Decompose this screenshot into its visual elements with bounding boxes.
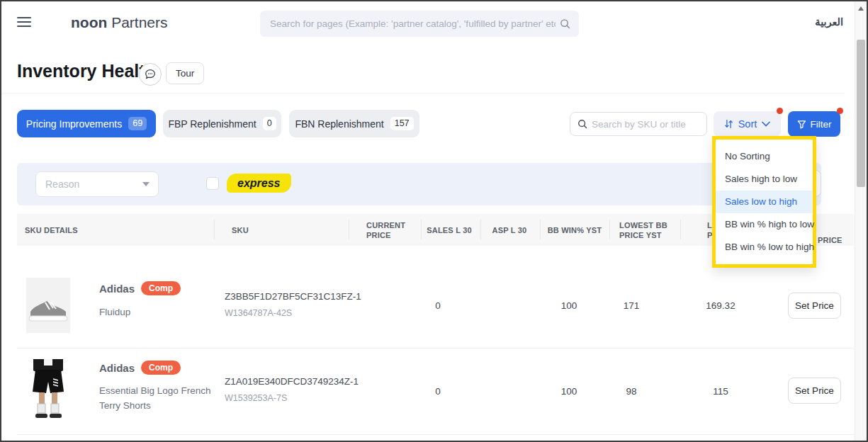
- inventory-health-page: noon Partners العربية Inventory Health T…: [0, 0, 868, 442]
- col-header-current-price: CURRENT PRICE: [366, 220, 410, 240]
- filter-notification-dot: [837, 108, 843, 114]
- cell-lowest-bb-price-yst: 98: [601, 386, 662, 397]
- sort-label: Sort: [738, 118, 757, 130]
- brand-logo[interactable]: noon Partners: [71, 14, 168, 31]
- product-image-sneaker: [26, 278, 70, 333]
- language-switch[interactable]: العربية: [794, 16, 843, 28]
- sort-dropdown-menu: No Sorting Sales high to low Sales low t…: [712, 136, 816, 268]
- reason-placeholder: Reason: [45, 178, 79, 190]
- sku-variant-code: W1364787A-42S: [225, 308, 292, 318]
- col-header-hidden-line1: L: [707, 220, 712, 230]
- chat-icon: [144, 68, 157, 81]
- column-separator: [680, 220, 681, 239]
- tab-count-badge: 69: [128, 117, 147, 130]
- brand-name: Adidas: [99, 283, 135, 295]
- cell-sales-l30: 0: [408, 386, 468, 397]
- sku-code: Z1A019E340DFCD3749234Z-1: [225, 376, 359, 387]
- search-icon: [560, 18, 570, 29]
- column-separator: [421, 220, 422, 239]
- sku-variant-code: W1539253A-7S: [225, 393, 287, 403]
- product-image-shorts: [26, 359, 70, 421]
- column-separator: [609, 220, 610, 239]
- filter-funnel-icon: [797, 120, 806, 129]
- cell-lowest-bb-price-yst: 171: [601, 300, 662, 311]
- page-search-input[interactable]: [260, 18, 560, 29]
- col-header-sku: SKU: [232, 225, 249, 235]
- sort-notification-dot: [777, 108, 783, 114]
- sort-option-sales-low-to-high[interactable]: Sales low to high: [716, 191, 813, 213]
- tab-label: FBN Replenishment: [295, 118, 383, 130]
- sort-button[interactable]: Sort: [714, 111, 781, 137]
- col-header-sales-l30: SALES L 30: [419, 225, 479, 235]
- comp-badge: Comp: [141, 281, 181, 295]
- brand-name: Adidas: [99, 362, 135, 374]
- col-header-bb-win-yst: BB WIN% YST: [540, 225, 609, 235]
- chat-feedback-button[interactable]: [139, 63, 162, 86]
- row-divider: [17, 348, 854, 348]
- tab-label: FBP Replenishment: [168, 118, 256, 130]
- select-chevron-icon: [142, 182, 150, 186]
- tab-count-badge: 0: [263, 117, 276, 130]
- tab-label: Pricing Improvements: [26, 118, 122, 130]
- scrollbar-thumb[interactable]: [857, 40, 865, 187]
- page-title: Inventory Health: [17, 61, 156, 81]
- filter-button[interactable]: Filter: [788, 111, 840, 137]
- filter-label: Filter: [811, 119, 832, 130]
- product-name: Essential Big Logo French Terry Shorts: [99, 383, 224, 413]
- column-separator: [480, 220, 481, 239]
- brand-noon: noon: [71, 14, 107, 30]
- col-header-asp-l30: ASP L 30: [480, 225, 539, 235]
- set-price-button[interactable]: Set Price: [788, 378, 841, 404]
- vertical-scrollbar[interactable]: [855, 1, 867, 441]
- scrollbar-up-arrow-icon[interactable]: [858, 6, 864, 11]
- row-divider: [17, 434, 854, 435]
- chevron-down-icon: [762, 121, 770, 127]
- cell-sales-l30: 0: [408, 300, 468, 311]
- tour-button[interactable]: Tour: [166, 62, 204, 84]
- sku-code: Z3BB5F1D27BF5CF31C13FZ-1: [225, 291, 361, 302]
- cell-hidden-column: 115: [685, 386, 756, 397]
- cell-hidden-column: 169.32: [685, 300, 756, 311]
- cell-bb-win-yst: 100: [534, 386, 604, 397]
- tab-fbn-replenishment[interactable]: FBN Replenishment 157: [289, 110, 419, 137]
- sort-option-bb-win-high-to-low[interactable]: BB win % high to low: [716, 213, 813, 236]
- title-divider: [1, 93, 845, 94]
- col-header-price-fragment: PRICE: [818, 235, 842, 245]
- tab-pricing-improvements[interactable]: Pricing Improvements 69: [17, 110, 156, 137]
- sku-search-field[interactable]: [570, 112, 707, 136]
- sort-option-no-sorting[interactable]: No Sorting: [716, 145, 813, 168]
- column-separator: [349, 220, 349, 239]
- tab-count-badge: 157: [390, 117, 414, 130]
- express-badge[interactable]: express: [227, 174, 291, 193]
- page-search-field[interactable]: [260, 11, 579, 37]
- sku-search-input[interactable]: [592, 119, 706, 130]
- sort-icon: [724, 119, 733, 129]
- tab-fbp-replenishment[interactable]: FBP Replenishment 0: [163, 110, 281, 137]
- col-header-sku-details: SKU DETAILS: [25, 225, 78, 235]
- column-separator: [214, 220, 215, 239]
- cell-bb-win-yst: 100: [534, 300, 604, 311]
- comp-badge: Comp: [141, 361, 181, 375]
- sort-option-bb-win-low-to-high[interactable]: BB win % low to high: [716, 236, 813, 259]
- express-checkbox[interactable]: [206, 177, 219, 190]
- col-header-lowest-bb-price-yst: LOWEST BB PRICE YST: [619, 220, 667, 240]
- sort-option-sales-high-to-low[interactable]: Sales high to low: [716, 168, 813, 191]
- set-price-button[interactable]: Set Price: [788, 293, 841, 319]
- brand-partners: Partners: [107, 14, 167, 30]
- reason-select[interactable]: Reason: [35, 171, 159, 197]
- hamburger-menu-icon[interactable]: [17, 17, 31, 28]
- column-separator: [540, 220, 541, 239]
- search-icon: [577, 119, 587, 129]
- product-name: Fluidup: [99, 305, 227, 319]
